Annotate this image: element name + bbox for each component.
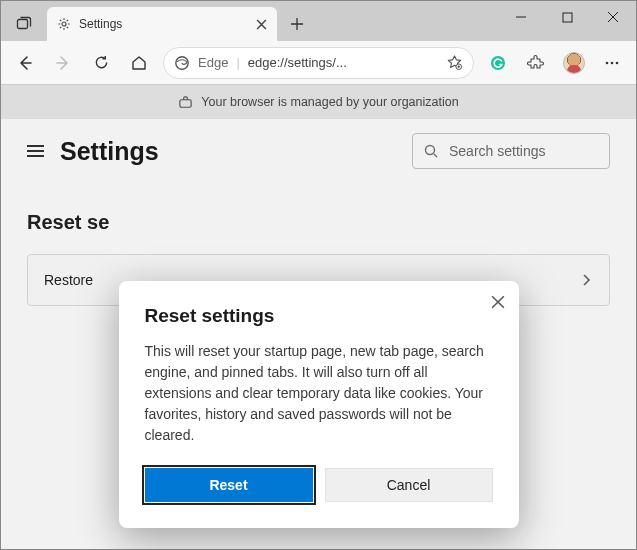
avatar: [563, 52, 585, 74]
window-controls: [498, 1, 636, 41]
maximize-button[interactable]: [544, 1, 590, 33]
close-icon: [607, 11, 619, 23]
star-add-icon: [446, 54, 463, 71]
home-button[interactable]: [121, 45, 157, 81]
svg-point-6: [606, 61, 609, 64]
tab-stack-icon: [16, 16, 32, 32]
cancel-button-label: Cancel: [387, 477, 431, 493]
new-tab-button[interactable]: [283, 10, 311, 38]
arrow-left-icon: [16, 54, 34, 72]
refresh-icon: [93, 54, 110, 71]
cancel-button[interactable]: Cancel: [325, 468, 493, 502]
close-window-button[interactable]: [590, 1, 636, 33]
reset-settings-dialog: Reset settings This will reset your star…: [119, 281, 519, 528]
browser-window: Settings Edge | edge://settings/...: [0, 0, 637, 550]
edge-logo-icon: [174, 55, 190, 71]
titlebar: Settings: [1, 1, 636, 41]
reset-button[interactable]: Reset: [145, 468, 313, 502]
grammarly-extension-button[interactable]: [480, 45, 516, 81]
page: Your browser is managed by your organiza…: [1, 85, 636, 549]
toolbar-right: [480, 45, 630, 81]
arrow-right-icon: [54, 54, 72, 72]
favorite-button[interactable]: [446, 54, 463, 71]
extensions-button[interactable]: [518, 45, 554, 81]
back-button[interactable]: [7, 45, 43, 81]
svg-rect-0: [18, 20, 28, 29]
svg-point-8: [616, 61, 619, 64]
gear-icon: [57, 17, 71, 31]
minimize-button[interactable]: [498, 1, 544, 33]
maximize-icon: [562, 12, 573, 23]
browser-tab[interactable]: Settings: [47, 7, 277, 41]
close-icon: [491, 295, 505, 309]
address-bar-prefix: Edge: [198, 55, 228, 70]
dialog-title: Reset settings: [145, 305, 493, 327]
address-bar-url: edge://settings/...: [248, 55, 438, 70]
dialog-buttons: Reset Cancel: [145, 468, 493, 502]
address-bar[interactable]: Edge | edge://settings/...: [163, 47, 474, 79]
profile-button[interactable]: [556, 45, 592, 81]
app-menu-button[interactable]: [594, 45, 630, 81]
grammarly-icon: [489, 54, 507, 72]
home-icon: [130, 54, 148, 72]
puzzle-icon: [527, 54, 545, 72]
dialog-body: This will reset your startup page, new t…: [145, 341, 493, 446]
reset-button-label: Reset: [209, 477, 247, 493]
plus-icon: [290, 17, 304, 31]
more-icon: [603, 54, 621, 72]
tab-actions-button[interactable]: [7, 7, 41, 41]
refresh-button[interactable]: [83, 45, 119, 81]
close-icon: [256, 19, 267, 30]
tab-title: Settings: [79, 17, 122, 31]
minimize-icon: [515, 11, 527, 23]
tab-close-button[interactable]: [256, 19, 267, 30]
svg-point-1: [62, 22, 66, 26]
svg-rect-2: [563, 13, 572, 22]
svg-point-7: [611, 61, 614, 64]
separator: |: [236, 55, 239, 70]
toolbar: Edge | edge://settings/...: [1, 41, 636, 85]
forward-button[interactable]: [45, 45, 81, 81]
dialog-close-button[interactable]: [491, 295, 505, 309]
